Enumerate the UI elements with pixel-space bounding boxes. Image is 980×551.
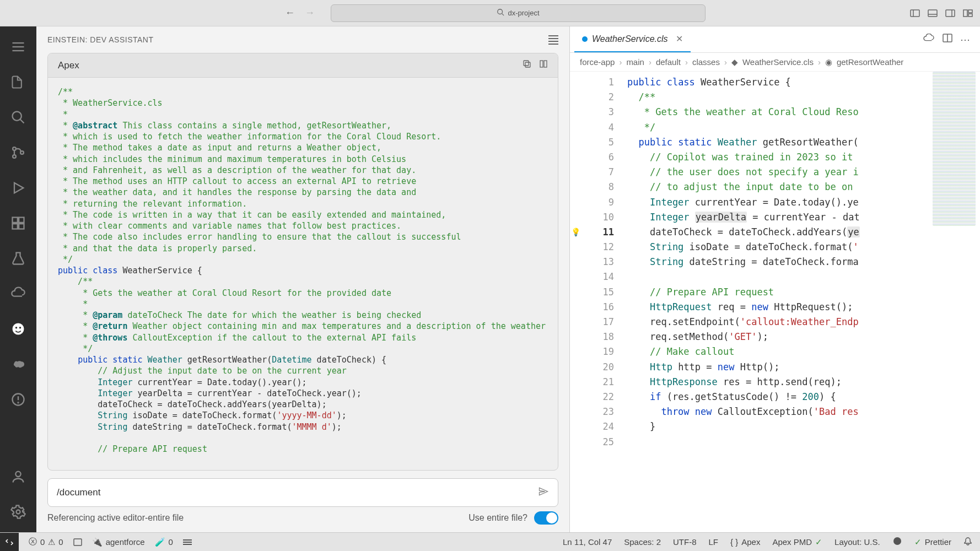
alert-icon[interactable] — [9, 390, 28, 409]
status-lang[interactable]: { } Apex — [730, 537, 760, 547]
error-icon: ⓧ — [29, 537, 37, 547]
code-line[interactable]: */ — [627, 120, 980, 135]
status-problems[interactable]: ⓧ0 ⚠0 — [29, 537, 63, 547]
code-line[interactable] — [627, 435, 980, 450]
layout-sidebar-left-icon[interactable] — [909, 8, 920, 19]
glyph-slot — [570, 240, 581, 255]
source-control-icon[interactable] — [9, 143, 28, 162]
code-line[interactable]: public static Weather getResortWeather( — [627, 135, 980, 150]
line-number: 2 — [581, 90, 614, 105]
breadcrumb-item[interactable]: main — [626, 57, 644, 67]
nav-back-icon[interactable]: ← — [282, 6, 298, 21]
nav-forward-icon[interactable]: → — [302, 6, 317, 21]
status-org[interactable]: 🔌agentforce — [92, 537, 145, 547]
editor-tab-weatherservice[interactable]: WeatherService.cls ✕ — [574, 26, 691, 52]
code-line[interactable]: // to adjust the input date to be on — [627, 180, 980, 195]
testing-icon[interactable] — [9, 249, 28, 268]
code-line[interactable]: HttpResponse res = http.send(req); — [627, 375, 980, 390]
hamburger-dense-icon[interactable] — [548, 35, 558, 45]
tab-close-icon[interactable]: ✕ — [676, 34, 683, 44]
breadcrumb-item[interactable]: classes — [692, 57, 720, 67]
line-number: 18 — [581, 329, 614, 344]
code-line[interactable]: String dateString = dateToCheck.forma — [627, 255, 980, 269]
lightbulb-icon[interactable]: 💡 — [571, 226, 580, 238]
code-line[interactable]: /** — [627, 90, 980, 105]
status-menu-icon[interactable] — [183, 539, 192, 545]
line-number: 22 — [581, 390, 614, 404]
breadcrumb-item[interactable]: force-app — [580, 57, 615, 67]
remote-indicator-icon[interactable] — [0, 533, 19, 552]
code-line[interactable]: // the user does not specify a year i — [627, 165, 980, 180]
cloud-icon[interactable] — [9, 284, 28, 303]
status-bell-icon[interactable] — [963, 537, 972, 547]
code-line[interactable]: dateToCheck = dateToCheck.addYears(ye — [627, 225, 980, 240]
code-line[interactable]: String isoDate = dateToCheck.format(' — [627, 240, 980, 255]
glyph-slot — [570, 390, 581, 404]
status-spaces[interactable]: Spaces: 2 — [624, 537, 661, 547]
split-editor-icon[interactable] — [943, 34, 952, 46]
extensions-icon[interactable] — [9, 214, 28, 233]
code-line[interactable]: throw new CalloutException('Bad res — [627, 404, 980, 419]
breadcrumb-item[interactable]: WeatherService.cls — [742, 57, 814, 67]
code-line[interactable]: } — [627, 419, 980, 434]
code-line[interactable]: if (res.getStatusCode() != 200) { — [627, 390, 980, 404]
explorer-icon[interactable] — [9, 73, 28, 91]
code-card-body[interactable]: /** * WeatherService.cls * * @abstract T… — [48, 78, 558, 470]
code-area[interactable]: 💡 12345678910111213141516171819202122232… — [570, 72, 980, 532]
code-line[interactable]: Integer yearDelta = currentYear - dat — [627, 210, 980, 225]
status-terminal-icon[interactable] — [73, 538, 82, 546]
svg-rect-20 — [13, 218, 18, 223]
glyph-slot — [570, 75, 581, 90]
breadcrumb[interactable]: force-app› main› default› classes› ◆ Wea… — [570, 53, 980, 72]
status-prettier[interactable]: ✓ Prettier — [914, 537, 951, 547]
code-line[interactable]: req.setMethod('GET'); — [627, 329, 980, 344]
line-number: 16 — [581, 300, 614, 315]
code-line[interactable]: // Copilot was trained in 2023 so it — [627, 150, 980, 165]
code-line[interactable]: public class WeatherService { — [627, 75, 980, 90]
breadcrumb-item[interactable]: default — [656, 57, 681, 67]
breadcrumb-item[interactable]: getResortWeather — [837, 57, 903, 67]
einstein-cloud-icon[interactable] — [923, 34, 935, 46]
menu-icon[interactable] — [9, 37, 28, 56]
send-icon[interactable] — [538, 486, 549, 500]
layout-panel-icon[interactable] — [927, 8, 938, 19]
settings-gear-icon[interactable] — [9, 503, 28, 521]
run-debug-icon[interactable] — [9, 179, 28, 197]
status-eol[interactable]: LF — [708, 537, 718, 547]
svg-rect-36 — [544, 61, 547, 67]
use-entire-file-toggle[interactable] — [534, 511, 558, 525]
status-cursor[interactable]: Ln 11, Col 47 — [563, 537, 612, 547]
status-pmd[interactable]: Apex PMD ✓ — [772, 537, 822, 547]
search-icon[interactable] — [9, 108, 28, 127]
minimap[interactable] — [933, 72, 976, 226]
customize-layout-icon[interactable] — [962, 8, 973, 19]
more-icon[interactable]: ⋯ — [960, 34, 970, 46]
code-line[interactable]: req.setEndpoint('callout:Weather_Endp — [627, 315, 980, 329]
code-line[interactable]: * Gets the weather at Coral Cloud Reso — [627, 105, 980, 120]
status-copilot-icon[interactable] — [892, 537, 902, 547]
code-line[interactable]: Integer currentYear = Date.today().ye — [627, 195, 980, 210]
code-lines[interactable]: public class WeatherService { /** * Gets… — [623, 72, 980, 532]
svg-rect-21 — [13, 224, 18, 229]
status-tests[interactable]: 🧪0 — [155, 537, 173, 547]
glyph-slot — [570, 329, 581, 344]
layout-sidebar-right-icon[interactable] — [945, 8, 956, 19]
code-line[interactable]: // Make callout — [627, 344, 980, 359]
einstein-assistant-icon[interactable] — [9, 320, 28, 338]
assistant-input[interactable] — [57, 487, 538, 498]
command-center[interactable]: dx-project — [331, 4, 706, 22]
code-line[interactable]: Http http = new Http(); — [627, 360, 980, 375]
code-line[interactable] — [627, 269, 980, 284]
copy-icon[interactable] — [523, 60, 531, 71]
code-line[interactable]: HttpRequest req = new HttpRequest(); — [627, 300, 980, 315]
status-encoding[interactable]: UTF-8 — [673, 537, 697, 547]
accounts-icon[interactable] — [9, 467, 28, 486]
code-line[interactable]: // Prepare API request — [627, 285, 980, 300]
insert-icon[interactable] — [539, 60, 548, 71]
line-number: 1 — [581, 75, 614, 90]
method-icon: ◉ — [825, 57, 832, 67]
salesforce-icon[interactable] — [9, 355, 28, 374]
titlebar: ← → dx-project — [0, 0, 980, 26]
svg-point-32 — [17, 510, 20, 514]
status-layout[interactable]: Layout: U.S. — [834, 537, 880, 547]
